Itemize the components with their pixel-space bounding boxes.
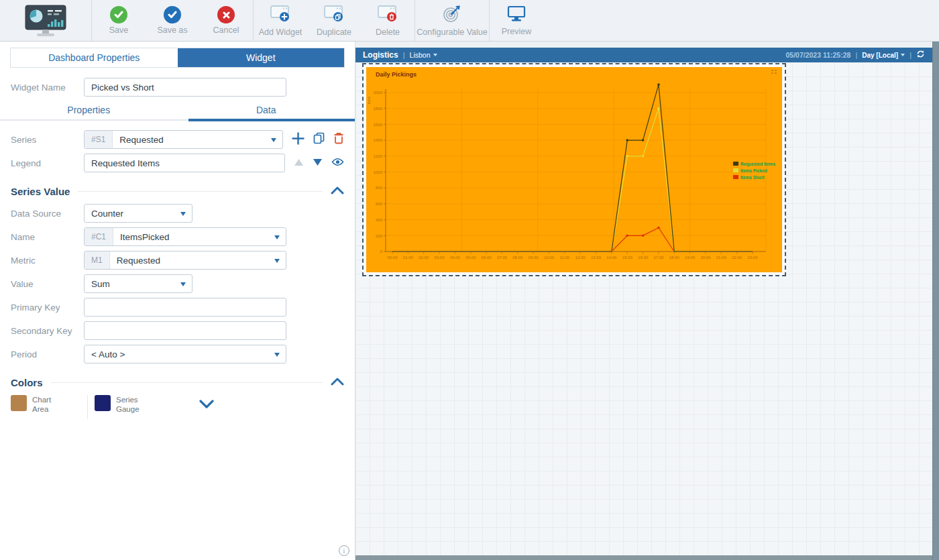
- add-widget-button[interactable]: Add Widget: [254, 0, 307, 41]
- legend-input[interactable]: [84, 154, 285, 172]
- refresh-icon[interactable]: [916, 49, 925, 61]
- save-as-button[interactable]: Save as: [146, 0, 199, 41]
- duplicate-button[interactable]: Duplicate: [307, 0, 361, 41]
- vertical-scrollbar[interactable]: [932, 42, 939, 560]
- timestamp: 05/07/2023 11:25:28: [785, 51, 850, 59]
- widget-handle-icon[interactable]: [771, 69, 778, 75]
- svg-text:02:00: 02:00: [419, 256, 429, 260]
- period-mode-selector[interactable]: Day [Local]: [862, 52, 905, 59]
- tab-widget[interactable]: Widget: [178, 48, 345, 67]
- svg-text:1600: 1600: [374, 123, 383, 127]
- save-button[interactable]: Save: [92, 0, 146, 41]
- add-widget-icon: [270, 5, 291, 25]
- chart-area-color-swatch[interactable]: Chart Area: [11, 395, 87, 414]
- secondary-key-input[interactable]: [84, 321, 286, 340]
- svg-text:05:00: 05:00: [465, 256, 476, 260]
- copy-series-icon[interactable]: [313, 132, 325, 147]
- tab-data[interactable]: Data: [178, 101, 355, 119]
- cancel-x-icon: [217, 6, 235, 23]
- metric-select[interactable]: M1 Requested: [84, 251, 286, 270]
- dashboard-title: Logistics: [363, 50, 398, 60]
- add-series-button[interactable]: [292, 132, 305, 148]
- configurable-value-label: Configurable Value: [417, 27, 487, 37]
- value-select[interactable]: Sum: [84, 274, 192, 293]
- series-select[interactable]: #S1 Requested: [84, 130, 283, 149]
- chevron-down-icon: [274, 235, 280, 239]
- dashboard-grid-canvas[interactable]: 020040060080010001200140016001800200000:…: [355, 62, 932, 555]
- chevron-down-icon: [274, 259, 280, 263]
- svg-text:Items Short: Items Short: [740, 175, 765, 180]
- series-badge: #S1: [85, 131, 113, 148]
- svg-text:1400: 1400: [374, 138, 383, 142]
- svg-text:19:00: 19:00: [685, 256, 696, 260]
- horizontal-scrollbar[interactable]: [355, 555, 932, 560]
- svg-text:1200: 1200: [374, 154, 383, 158]
- save-as-label: Save as: [157, 25, 187, 35]
- daily-pickings-widget[interactable]: 020040060080010001200140016001800200000:…: [366, 67, 782, 272]
- svg-text:06:00: 06:00: [482, 256, 492, 260]
- data-source-value: Counter: [85, 209, 130, 219]
- name-value: ItemsPicked: [113, 232, 176, 242]
- svg-text:00:00: 00:00: [387, 256, 398, 260]
- period-select[interactable]: < Auto >: [84, 345, 286, 363]
- widget-name-label: Widget Name: [11, 82, 84, 93]
- location-selector[interactable]: Lisbon: [410, 51, 437, 59]
- value-value: Sum: [85, 279, 117, 289]
- collapse-chevron-up-icon[interactable]: [331, 185, 344, 197]
- svg-text:600: 600: [376, 202, 383, 206]
- svg-text:1800: 1800: [374, 107, 383, 111]
- move-up-icon[interactable]: [294, 157, 304, 169]
- series-gauge-color-swatch[interactable]: Series Gauge: [95, 395, 171, 414]
- widget-name-input[interactable]: [84, 78, 286, 97]
- chart-area-color-box: [11, 395, 27, 411]
- active-tab-indicator: [188, 119, 355, 121]
- collapse-chevron-up-icon[interactable]: [331, 376, 344, 388]
- delete-icon: [377, 5, 398, 25]
- delete-button[interactable]: Delete: [361, 0, 415, 41]
- visibility-eye-icon[interactable]: [331, 157, 344, 169]
- cancel-button[interactable]: Cancel: [199, 0, 253, 41]
- svg-text:18:00: 18:00: [669, 256, 680, 260]
- widget-subtabs: Properties Data: [0, 101, 355, 121]
- tab-dashboard-properties[interactable]: Dashboard Properties: [11, 48, 178, 67]
- data-source-label: Data Source: [11, 209, 84, 219]
- selected-widget-frame[interactable]: 020040060080010001200140016001800200000:…: [362, 63, 786, 276]
- svg-text:03:00: 03:00: [435, 256, 445, 260]
- save-as-check-icon: [164, 6, 181, 23]
- move-down-icon[interactable]: [313, 157, 323, 169]
- svg-text:13:00: 13:00: [591, 256, 602, 260]
- caret-down-icon: [433, 54, 437, 56]
- svg-text:17:00: 17:00: [653, 256, 664, 260]
- period-mode-value: Day [Local]: [862, 52, 898, 59]
- counter-badge: #C1: [85, 228, 113, 245]
- chart-area-label-line1: Chart: [32, 396, 51, 404]
- section-divider: [51, 382, 323, 383]
- colors-heading: Colors: [11, 377, 43, 388]
- chevron-down-icon: [274, 353, 280, 357]
- svg-text:11:00: 11:00: [560, 256, 570, 260]
- svg-text:2000: 2000: [374, 91, 383, 95]
- legend-label: Legend: [11, 158, 84, 168]
- delete-series-icon[interactable]: [333, 132, 344, 147]
- chevron-down-icon: [180, 212, 186, 216]
- configurable-value-button[interactable]: Configurable Value: [415, 0, 489, 41]
- svg-text:16:00: 16:00: [638, 256, 649, 260]
- svg-text:08:00: 08:00: [512, 256, 523, 260]
- svg-text:15:00: 15:00: [622, 256, 633, 260]
- series-gauge-label-line1: Series: [116, 396, 138, 404]
- svg-text:20:00: 20:00: [700, 256, 711, 260]
- primary-key-input[interactable]: [84, 298, 286, 317]
- preview-button[interactable]: Preview: [490, 0, 543, 41]
- series-gauge-label-line2: Gauge: [116, 405, 140, 413]
- expand-colors-chevron-icon[interactable]: [199, 399, 214, 411]
- section-divider: [78, 191, 323, 192]
- data-source-select[interactable]: Counter: [84, 204, 192, 223]
- svg-text:04:00: 04:00: [450, 256, 461, 260]
- info-icon[interactable]: i: [339, 545, 349, 556]
- cancel-label: Cancel: [213, 25, 239, 35]
- tab-properties[interactable]: Properties: [0, 101, 178, 119]
- name-select[interactable]: #C1 ItemsPicked: [84, 227, 286, 246]
- swatch-divider: [87, 395, 88, 419]
- period-value: < Auto >: [85, 349, 131, 359]
- location-value: Lisbon: [410, 51, 431, 59]
